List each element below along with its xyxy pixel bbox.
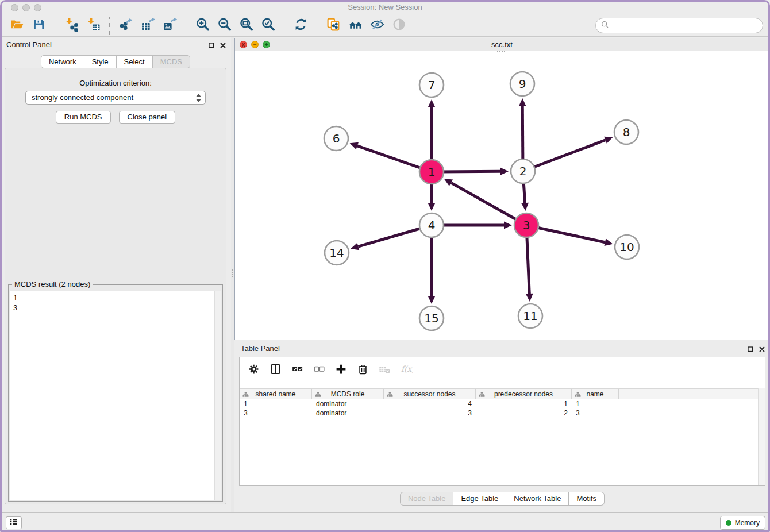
column-header-name[interactable]: name — [572, 389, 619, 399]
column-header-shared-name[interactable]: shared name — [240, 389, 312, 399]
node-7[interactable]: 7 — [419, 73, 444, 97]
duplicate-network-button[interactable] — [325, 17, 342, 34]
node-label: 10 — [619, 240, 634, 254]
result-scrollbar[interactable] — [214, 291, 221, 500]
export-network-button[interactable] — [117, 17, 134, 34]
table-options-icon — [248, 363, 260, 377]
zoom-out-button[interactable] — [215, 17, 233, 34]
column-tree-icon — [479, 391, 485, 398]
export-image-button[interactable] — [161, 17, 178, 34]
node-2[interactable]: 2 — [511, 159, 535, 183]
close-panel-button[interactable]: Close panel — [119, 111, 176, 124]
optimization-criterion-label: Optimization criterion: — [5, 79, 226, 87]
tab-network-table[interactable]: Network Table — [506, 492, 569, 506]
show-columns-icon — [270, 363, 282, 377]
node-label: 4 — [428, 218, 436, 232]
home-button[interactable] — [346, 17, 364, 34]
node-10[interactable]: 10 — [615, 235, 639, 259]
float-table-panel-icon[interactable] — [747, 345, 754, 355]
edge-3-10[interactable] — [526, 225, 613, 246]
table-scrollbar[interactable] — [758, 388, 765, 485]
import-table-button[interactable] — [84, 17, 102, 34]
tab-style[interactable]: Style — [84, 55, 117, 68]
tab-node-table[interactable]: Node Table — [400, 492, 454, 506]
cell-predecessor-nodes[interactable]: 2 — [476, 408, 572, 418]
svg-text:f(x): f(x) — [401, 364, 412, 373]
zoom-fit-button[interactable] — [237, 17, 255, 34]
cell-predecessor-nodes[interactable]: 1 — [476, 399, 572, 408]
node-3[interactable]: 3 — [514, 213, 538, 237]
cell-name[interactable]: 3 — [572, 408, 619, 418]
node-label: 15 — [424, 311, 438, 325]
table-header-row: shared nameMCDS rolesuccessor nodesprede… — [240, 388, 758, 399]
hide-panels-button[interactable] — [368, 17, 386, 34]
splitter-grip[interactable] — [232, 269, 233, 277]
search-input[interactable] — [612, 21, 756, 30]
show-columns-button[interactable] — [268, 363, 282, 377]
node-6[interactable]: 6 — [324, 126, 348, 151]
node-8[interactable]: 8 — [614, 120, 638, 144]
run-mcds-button[interactable]: Run MCDS — [56, 111, 111, 124]
mcds-result-text[interactable]: 13 — [10, 291, 221, 500]
cell-shared-name[interactable]: 3 — [240, 408, 312, 418]
table-options-button[interactable] — [247, 363, 260, 377]
add-row-button[interactable] — [334, 363, 348, 377]
node-15[interactable]: 15 — [419, 306, 444, 330]
node-14[interactable]: 14 — [325, 241, 349, 265]
search-box[interactable] — [595, 18, 763, 33]
export-table-button[interactable] — [139, 17, 156, 34]
save-session-button[interactable] — [30, 17, 47, 34]
cell-MCDS-role[interactable]: dominator — [312, 399, 384, 408]
optimization-criterion-select[interactable]: strongly connected component — [25, 91, 206, 105]
show-panels-button[interactable] — [6, 516, 22, 529]
duplicate-network-icon — [326, 17, 341, 34]
cell-successor-nodes[interactable]: 3 — [384, 408, 476, 418]
cell-shared-name[interactable]: 1 — [240, 399, 312, 408]
import-network-button[interactable] — [63, 17, 80, 34]
delete-row-icon — [357, 363, 369, 377]
zoom-in-button[interactable] — [194, 17, 211, 34]
node-9[interactable]: 9 — [510, 72, 534, 96]
memory-button[interactable]: Memory — [720, 516, 765, 530]
open-folder-button[interactable] — [8, 17, 25, 34]
function-builder-button[interactable]: f(x) — [399, 363, 413, 377]
cell-successor-nodes[interactable]: 4 — [384, 399, 476, 408]
column-header-successor-nodes[interactable]: successor nodes — [384, 389, 476, 399]
delete-table-button[interactable] — [378, 363, 391, 377]
cell-name[interactable]: 1 — [572, 399, 619, 408]
tab-mcds[interactable]: MCDS — [153, 55, 190, 68]
column-header-predecessor-nodes[interactable]: predecessor nodes — [476, 389, 572, 399]
tab-edge-table[interactable]: Edge Table — [453, 492, 506, 506]
table-tabs: Node TableEdge TableNetwork TableMotifs — [234, 492, 770, 506]
select-all-button[interactable] — [290, 363, 304, 377]
edge-1-6[interactable] — [350, 142, 432, 172]
network-window-titlebar[interactable]: x – + scc.txt — [235, 38, 769, 51]
zoom-selected-button[interactable] — [259, 17, 276, 34]
node-4[interactable]: 4 — [419, 213, 444, 237]
table-row[interactable]: 3dominator323 — [240, 408, 758, 418]
tab-network[interactable]: Network — [41, 55, 84, 68]
export-image-icon — [163, 17, 177, 34]
node-label: 3 — [523, 218, 530, 232]
node-1[interactable]: 1 — [419, 160, 444, 184]
column-header-MCDS-role[interactable]: MCDS role — [312, 389, 384, 399]
apply-layout-button[interactable] — [292, 17, 309, 34]
cell-MCDS-role[interactable]: dominator — [312, 408, 384, 418]
tab-select[interactable]: Select — [117, 55, 153, 68]
contrast-button[interactable] — [390, 17, 407, 34]
edge-2-8[interactable] — [523, 137, 613, 171]
network-canvas[interactable]: 7968124314101511 — [235, 52, 769, 340]
deselect-all-button[interactable] — [312, 363, 326, 377]
tab-motifs[interactable]: Motifs — [569, 492, 605, 506]
mcds-panel: Optimization criterion: strongly connect… — [5, 68, 226, 504]
float-panel-icon[interactable] — [208, 41, 215, 51]
toolbar-separator — [186, 17, 186, 35]
close-panel-icon[interactable] — [220, 41, 226, 51]
optimization-criterion-value: strongly connected component — [32, 93, 133, 102]
delete-row-button[interactable] — [356, 363, 369, 377]
edge-3-1[interactable] — [444, 179, 526, 225]
node-11[interactable]: 11 — [518, 304, 542, 328]
close-table-panel-icon[interactable] — [759, 345, 765, 355]
table-row[interactable]: 1dominator411 — [240, 399, 758, 408]
titlebar: Session: New Session — [0, 0, 770, 15]
